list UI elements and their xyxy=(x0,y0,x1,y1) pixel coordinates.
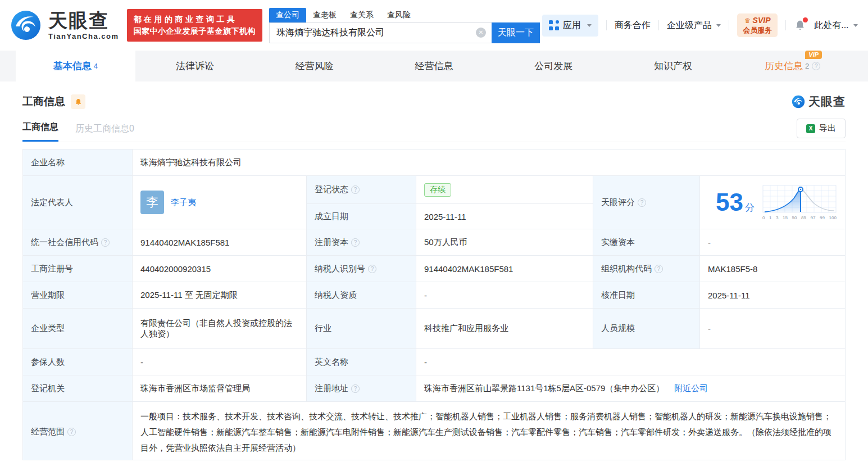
main-content: 工商信息 天眼查 工商信息 历史工商信息0 X 导出 企业名称 xyxy=(0,94,868,460)
chevron-down-icon xyxy=(853,24,858,27)
avatar: 李 xyxy=(140,191,164,214)
field-label: 人员规模 xyxy=(593,309,700,349)
tab-label: 公司发展 xyxy=(534,60,572,73)
nearby-companies-link[interactable]: 附近公司 xyxy=(674,383,708,394)
field-label: 组织机构代码 ? xyxy=(593,256,700,282)
tab-label: 经营风险 xyxy=(296,60,334,73)
tianyancha-logo-icon xyxy=(792,95,805,108)
tab-basic-info[interactable]: 基本信息 4 xyxy=(16,51,135,81)
field-label: 成立日期 xyxy=(307,204,416,229)
tab-label: 基本信息 xyxy=(53,60,92,73)
taxpayer-quality-value: - xyxy=(416,282,593,309)
brand-logo[interactable]: 天眼查 TianYanCha.com xyxy=(10,10,119,41)
apps-label: 应用 xyxy=(563,20,581,31)
tab-label: 历史信息 xyxy=(765,61,803,71)
help-icon[interactable]: ? xyxy=(351,185,360,194)
tab-count: 4 xyxy=(94,62,98,70)
user-menu-label: 此处有... xyxy=(814,20,848,30)
industry-value: 科技推广和应用服务业 xyxy=(416,309,593,349)
field-label: 天眼评分 ? xyxy=(593,176,700,229)
slogan-line2: 国家中小企业发展子基金旗下机构 xyxy=(134,25,256,37)
subtab-history-business-info[interactable]: 历史工商信息0 xyxy=(75,123,134,142)
tab-operating-risk[interactable]: 经营风险 xyxy=(255,51,374,81)
help-icon[interactable]: ? xyxy=(638,198,646,207)
help-icon[interactable]: ? xyxy=(101,238,110,247)
tab-label: 经营信息 xyxy=(415,60,453,73)
help-icon[interactable]: ? xyxy=(351,238,360,247)
enterprise-products-link[interactable]: 企业级产品 xyxy=(667,20,721,31)
tab-business-info[interactable]: 经营信息 xyxy=(374,51,494,81)
field-label: 登记机关 xyxy=(23,375,133,402)
search-block: 查公司 查老板 查关系 查风险 ✕ 天眼一下 xyxy=(269,8,540,43)
search-tab-risk[interactable]: 查风险 xyxy=(380,8,417,22)
business-info-table: 企业名称 珠海熵宇驰达科技有限公司 法定代表人 李 李子夷 登记状态 ? 存续 … xyxy=(22,149,846,460)
field-label: 实缴资本 xyxy=(593,229,700,256)
help-icon[interactable]: ? xyxy=(351,384,360,393)
export-button[interactable]: X 导出 xyxy=(797,119,846,138)
cooperation-link[interactable]: 商务合作 xyxy=(615,20,651,31)
tianyan-score-cell[interactable]: 53分 xyxy=(700,176,846,229)
bell-icon xyxy=(74,98,83,106)
clear-icon[interactable]: ✕ xyxy=(476,28,486,38)
field-label: 行业 xyxy=(307,309,416,349)
field-label: 统一社会信用代码 ? xyxy=(23,229,133,256)
score-axis-labels: 01 315 5085 9799 100 xyxy=(762,215,837,220)
search-tab-company[interactable]: 查公司 xyxy=(269,8,306,22)
notification-bell-button[interactable] xyxy=(794,19,806,31)
apps-menu[interactable]: 应用 xyxy=(542,15,598,37)
field-label: 英文名称 xyxy=(307,349,416,375)
divider xyxy=(785,20,786,30)
svip-service-label: 会员服务 xyxy=(743,26,772,35)
divider xyxy=(658,20,659,30)
brand-domain: TianYanCha.com xyxy=(48,33,119,40)
header-right: 应用 商务合作 企业级产品 ♛ SVIP 会员服务 此处有... xyxy=(542,13,858,37)
taxpayer-id-value: 91440402MAK185F581 xyxy=(416,256,593,282)
search-tab-boss[interactable]: 查老板 xyxy=(306,8,343,22)
section-title: 工商信息 xyxy=(22,94,65,109)
field-label: 纳税人资质 xyxy=(307,282,416,309)
subtab-business-info[interactable]: 工商信息 xyxy=(22,121,58,142)
field-label: 纳税人识别号 ? xyxy=(307,256,416,282)
company-name-value: 珠海熵宇驰达科技有限公司 xyxy=(133,150,846,176)
search-tab-relation[interactable]: 查关系 xyxy=(343,8,380,22)
score-unit: 分 xyxy=(745,202,755,213)
chevron-down-icon xyxy=(587,24,592,27)
status-date-subgrid: 登记状态 ? 存续 成立日期 2025-11-11 xyxy=(307,176,593,229)
approval-date-value: 2025-11-11 xyxy=(700,282,846,309)
reg-address-value: 珠海市香洲区前山翠景路1131号1栋5层A区-0579（集中办公区） xyxy=(424,383,664,394)
score-distribution-chart: 01 315 5085 9799 100 xyxy=(762,185,837,220)
reg-status-label: 登记状态 xyxy=(315,184,348,195)
search-input[interactable] xyxy=(270,23,492,43)
user-menu[interactable]: 此处有... xyxy=(814,20,858,31)
legal-rep-link[interactable]: 李子夷 xyxy=(171,197,196,208)
tab-history-info[interactable]: 历史信息 VIP 2 ? xyxy=(733,51,852,81)
monitor-bell-button[interactable] xyxy=(71,94,85,109)
score-value: 53 xyxy=(716,188,743,216)
help-icon[interactable]: ? xyxy=(67,428,76,436)
site-header: 天眼查 TianYanCha.com 都在用的商业查询工具 国家中小企业发展子基… xyxy=(0,0,868,51)
reg-number-value: 440402000920315 xyxy=(133,256,307,282)
help-icon[interactable]: ? xyxy=(368,265,376,273)
svip-member-button[interactable]: ♛ SVIP 会员服务 xyxy=(737,13,778,37)
svip-label: SVIP xyxy=(753,16,771,25)
tab-company-development[interactable]: 公司发展 xyxy=(494,51,613,81)
help-icon[interactable]: ? xyxy=(655,265,663,273)
field-label: 法定代表人 xyxy=(23,176,133,229)
staff-size-value: - xyxy=(700,309,846,349)
field-label: 核准日期 xyxy=(593,282,700,309)
tab-legal-litigation[interactable]: 法律诉讼 xyxy=(135,51,255,81)
search-tabs: 查公司 查老板 查关系 查风险 xyxy=(269,8,540,22)
enterprise-products-label: 企业级产品 xyxy=(667,20,712,30)
tab-intellectual-property[interactable]: 知识产权 xyxy=(613,51,733,81)
help-icon[interactable]: ? xyxy=(812,62,820,70)
credit-code-value: 91440402MAK185F581 xyxy=(133,229,307,256)
reg-authority-value: 珠海市香洲区市场监督管理局 xyxy=(133,375,307,402)
field-label: 企业类型 xyxy=(23,309,133,349)
reg-address-cell: 珠海市香洲区前山翠景路1131号1栋5层A区-0579（集中办公区） 附近公司 xyxy=(416,375,846,402)
vip-badge: VIP xyxy=(805,51,822,59)
tianyancha-logo-icon xyxy=(10,10,42,41)
field-label: 注册地址 ? xyxy=(307,375,416,402)
search-button[interactable]: 天眼一下 xyxy=(492,22,540,43)
field-label: 经营范围 ? xyxy=(23,402,133,460)
field-label: 企业名称 xyxy=(23,150,133,176)
